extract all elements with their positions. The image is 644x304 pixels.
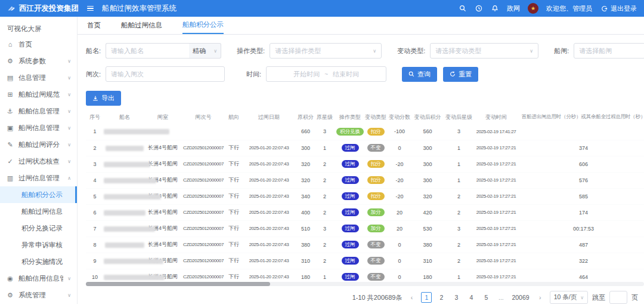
sidebar-item-lock-status-check[interactable]: ✓过闸状态核查∨ <box>0 153 77 170</box>
status-badge: 过闸 <box>342 160 359 168</box>
after-stars-cell: 1 <box>442 269 475 281</box>
column-header: 首船进出闸总用时（分秒）或其余船全过程总用时（秒） <box>517 110 644 124</box>
chamber-cell: 长洲4号船闸 <box>145 237 180 253</box>
pass-number-input[interactable]: 请输入闸次 <box>106 66 225 82</box>
change-time-cell: 2025-02-19 17:27:21 <box>475 188 517 204</box>
sidebar-item-system-mgmt[interactable]: ⚙系统管理∨ <box>0 287 77 303</box>
op-type-cell: 过闸 <box>335 140 365 156</box>
bell-icon[interactable] <box>491 4 499 13</box>
change-score-cell: -20 <box>386 172 413 188</box>
redacted-ship-name <box>105 242 144 248</box>
horizontal-scrollbar[interactable] <box>86 282 644 286</box>
pass-no-cell: CZD2025012000007 <box>180 237 227 253</box>
time-range-picker[interactable]: 开始时间 ~ 结束时间 <box>266 66 386 82</box>
tab-0[interactable]: 首页 <box>87 17 101 34</box>
sidebar-item-ship-lock-rules[interactable]: ⊞船舶过闸规范∨ <box>0 86 77 103</box>
tab-1[interactable]: 船舶过闸信息 <box>121 17 162 34</box>
page-button-4[interactable]: 4 <box>466 292 476 303</box>
page-button-1[interactable]: 1 <box>421 292 432 303</box>
reset-button[interactable]: 重置 <box>443 67 478 82</box>
sidebar-item-info-mgmt[interactable]: ▤信息管理∨ <box>0 69 77 86</box>
sidebar-item-ship-info-mgmt[interactable]: ⚓船舶信息管理∨ <box>0 103 77 119</box>
search-icon[interactable] <box>459 4 467 13</box>
page-button-3[interactable]: 3 <box>451 292 462 303</box>
sidebar-item-system-params[interactable]: ⚙系统参数∨ <box>0 53 77 69</box>
chevron-down-icon: ∨ <box>67 276 71 281</box>
orig-points-cell: 340 <box>297 188 314 204</box>
op-type-cell: 过闸 <box>335 253 365 269</box>
table-row: 5长洲4号船闸CZD2025012000007下行2025-01-20 22:0… <box>86 188 644 204</box>
export-button[interactable]: 导出 <box>86 91 121 106</box>
next-page-button[interactable]: › <box>535 292 546 303</box>
chamber-cell: 长洲4号船闸 <box>145 156 180 172</box>
op-type-cell: 过闸 <box>335 156 365 172</box>
column-header: 变动时间 <box>475 110 517 124</box>
match-mode-select[interactable]: 精确∨ <box>189 43 221 59</box>
download-icon <box>92 96 98 102</box>
hamburger-icon[interactable] <box>87 6 94 11</box>
no-cell: 3 <box>86 156 104 172</box>
chevron-down-icon: ∨ <box>67 92 71 97</box>
app-window: 西江开发投资集团 船舶过闸效率管理系统 政网 ★ 欢迎您、管理员 退出登录 <box>0 0 644 304</box>
jump-page-input[interactable] <box>609 291 627 304</box>
sidebar-item-visualization-screen[interactable]: 可视化大屏 <box>0 17 77 36</box>
sidebar-item-label: 船舶过闸评分 <box>18 140 60 149</box>
change-score-cell: 20 <box>386 204 413 220</box>
orig-points-cell: 320 <box>297 156 314 172</box>
lock-select[interactable]: 请选择船闸 <box>574 43 644 59</box>
page-button-2[interactable]: 2 <box>436 292 447 303</box>
search-button[interactable]: 查询 <box>402 67 437 82</box>
op-type-cell: 过闸 <box>335 172 365 188</box>
ship-name-label: 船名: <box>86 47 101 56</box>
sidebar-item-ship-credit-mgmt[interactable]: ◉船舶信用信息管理∨ <box>0 270 77 287</box>
page-button-5[interactable]: 5 <box>481 292 491 303</box>
sidebar-item-lock-info-mgmt[interactable]: ▣船闸信息管理∨ <box>0 119 77 136</box>
change-time-cell: 2025-02-19 17:27:21 <box>475 237 517 253</box>
ship-name-cell <box>104 124 145 140</box>
after-stars-cell: 3 <box>442 220 475 237</box>
sidebar-item-ship-lock-score[interactable]: ✎船舶过闸评分∨ <box>0 136 77 153</box>
change-time-cell: 2025-02-19 17:27:21 <box>475 220 517 237</box>
chamber-cell: 长洲4号船闸 <box>145 204 180 220</box>
filter-panel: 船名: 请输入船名 精确∨ 操作类型: 请选择操作类型∨ 变动类型: 请选择变动… <box>78 35 644 90</box>
sidebar-subitem-abnormal-appeal-review[interactable]: 异常申诉审核 <box>0 237 77 253</box>
prev-page-button[interactable]: ‹ <box>406 292 417 303</box>
ship-name-input[interactable]: 请输入船名 <box>106 43 189 59</box>
change-time-cell: 2025-02-19 17:27:21 <box>475 156 517 172</box>
chevron-up-icon: ∧ <box>67 176 71 181</box>
after-stars-cell: 2 <box>442 204 475 220</box>
table-row: 8长洲4号船闸CZD2025012000007下行2025-01-20 22:0… <box>86 237 644 253</box>
change-type-cell: 不变 <box>365 269 386 281</box>
pagination-summary: 1-10 共200689条 <box>352 293 402 302</box>
sidebar-menu: ⌂首页⚙系统参数∨▤信息管理∨⊞船舶过闸规范∨⚓船舶信息管理∨▣船闸信息管理∨✎… <box>0 36 77 303</box>
ship-name-cell <box>104 237 145 253</box>
change-type-cell: 扣分 <box>365 188 386 204</box>
pagination: 1-10 共200689条 ‹ 12345...20069 › 10 条/页∨ … <box>86 291 638 304</box>
net-label[interactable]: 政网 <box>507 4 520 13</box>
redacted-ship-name <box>104 162 150 167</box>
status-badge: 过闸 <box>342 257 359 265</box>
sidebar-item-lock-pass-info-mgmt[interactable]: ▥过闸信息管理∧ <box>0 170 77 186</box>
heading-cell <box>227 124 241 140</box>
page-button-20069[interactable]: 20069 <box>510 292 530 303</box>
sidebar-subitem-points-implementation[interactable]: 积分实施情况 <box>0 253 77 270</box>
horizontal-scrollbar-thumb[interactable] <box>86 282 270 286</box>
change-time-cell: 2025-02-19 17:27:21 <box>475 253 517 269</box>
page-size-select[interactable]: 10 条/页∨ <box>550 291 588 304</box>
clock-icon[interactable] <box>475 4 483 13</box>
column-header: 船名 <box>104 110 145 124</box>
heading-cell: 下行 <box>227 220 241 237</box>
op-type-select[interactable]: 请选择操作类型∨ <box>270 43 382 59</box>
sidebar-item-home[interactable]: ⌂首页 <box>0 36 77 53</box>
sidebar-subitem-ship-points-publicity[interactable]: 船舶积分公示 <box>0 186 77 203</box>
pass-no-cell: CZD2025012000007 <box>180 140 227 156</box>
sidebar-subitem-points-exchange-records[interactable]: 积分兑换记录 <box>0 220 77 237</box>
after-stars-cell: 2 <box>442 237 475 253</box>
tab-2[interactable]: 船舶积分公示 <box>182 17 224 34</box>
change-type-cell: 加分 <box>365 220 386 237</box>
avatar[interactable]: ★ <box>528 3 538 14</box>
logout-button[interactable]: 退出登录 <box>600 4 637 13</box>
sidebar-subitem-ship-lock-pass-info[interactable]: 船舶过闸信息 <box>0 203 77 220</box>
status-badge: 过闸 <box>342 241 359 249</box>
change-type-select[interactable]: 请选择变动类型∨ <box>430 43 538 59</box>
